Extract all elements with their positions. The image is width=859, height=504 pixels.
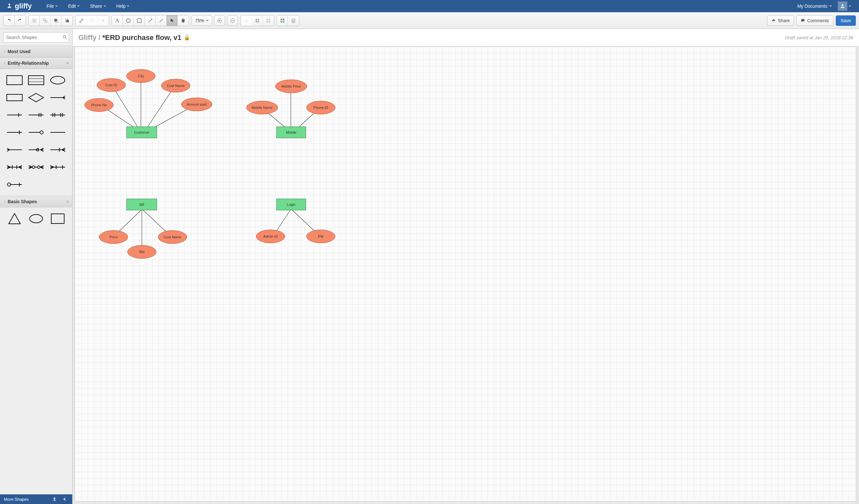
entity-mobile[interactable]: Mobile	[276, 127, 306, 138]
attr-city[interactable]: City	[126, 69, 155, 83]
er-shape-palette	[0, 69, 72, 196]
shape-line-simple[interactable]	[48, 126, 67, 139]
guides-button[interactable]	[263, 15, 274, 26]
zoom-level-dropdown[interactable]: 75%	[192, 15, 212, 26]
user-menu-caret[interactable]	[847, 2, 855, 10]
svg-point-61	[30, 215, 43, 223]
menu-my-documents[interactable]: My Documents	[794, 0, 836, 12]
shape-crow-circle-both[interactable]	[27, 160, 46, 174]
svg-rect-14	[281, 19, 282, 20]
attr-admin-id[interactable]: Admin ID	[256, 230, 285, 243]
redo-button[interactable]	[15, 15, 26, 26]
bring-front-button[interactable]	[51, 15, 62, 26]
shape-line-twobar-both[interactable]	[48, 108, 67, 122]
menu-file[interactable]: File	[42, 0, 63, 12]
rect-icon	[137, 18, 142, 23]
breadcrumb[interactable]: Gliffy /	[78, 33, 100, 42]
link-button	[76, 15, 87, 26]
section-basic-shapes[interactable]: ≡ Basic Shapes ×	[0, 196, 72, 207]
group-button[interactable]	[29, 15, 40, 26]
save-button[interactable]: Save	[836, 15, 856, 26]
close-icon[interactable]: ×	[66, 61, 69, 66]
attr-bill-cust-name[interactable]: Cust Name	[158, 230, 187, 244]
drawing-guides-toggle[interactable]	[51, 495, 58, 503]
shape-line-plain[interactable]	[5, 126, 24, 139]
basic-shape-palette	[0, 207, 72, 230]
shape-line-circle[interactable]	[27, 126, 46, 139]
comments-button[interactable]: Comments	[796, 15, 833, 26]
theme-button[interactable]	[277, 15, 288, 26]
app-logo[interactable]: gliffy	[6, 2, 32, 10]
text-tool-button[interactable]: A	[112, 15, 123, 26]
svg-line-66	[144, 86, 175, 132]
svg-point-24	[51, 76, 65, 84]
grid-button[interactable]	[252, 15, 263, 26]
user-avatar[interactable]	[838, 1, 847, 11]
entity-customer[interactable]: Customer	[126, 127, 157, 138]
menu-edit[interactable]: Edit	[63, 0, 85, 12]
close-icon[interactable]: ×	[66, 199, 69, 204]
ellipse-icon	[126, 18, 131, 23]
ellipse-tool-button[interactable]	[123, 15, 134, 26]
share-button[interactable]: Share	[767, 15, 794, 26]
send-back-button[interactable]	[62, 15, 73, 26]
search-shapes-input[interactable]	[3, 32, 69, 43]
menu-help[interactable]: Help	[111, 0, 135, 12]
pan-tool-button[interactable]	[178, 15, 189, 26]
undo-button[interactable]	[3, 15, 15, 26]
shape-entity-table[interactable]	[27, 74, 46, 87]
shape-crow-left[interactable]	[5, 143, 24, 157]
shape-crow-bar-right[interactable]	[48, 160, 67, 174]
attr-amount-paid[interactable]: Amount paid	[181, 98, 212, 111]
attr-pw[interactable]: PW	[306, 230, 335, 243]
svg-point-53	[37, 166, 40, 169]
diagram-canvas[interactable]: Phone No Cust ID City Cust Name Amount p…	[75, 46, 856, 501]
pointer-tool-button[interactable]	[167, 15, 178, 26]
ungroup-button[interactable]	[40, 15, 51, 26]
attr-mobile-price[interactable]: Mobile Price	[275, 80, 307, 93]
shape-relationship[interactable]	[27, 91, 46, 104]
shape-attribute[interactable]	[48, 74, 67, 87]
rect-tool-button[interactable]	[134, 15, 145, 26]
shape-weak-entity[interactable]	[5, 91, 24, 104]
theme-icon	[280, 18, 285, 23]
search-shapes-field[interactable]	[6, 35, 63, 40]
shape-rectangle[interactable]	[48, 212, 67, 225]
collapse-sidebar-button[interactable]	[61, 495, 69, 503]
layers-button[interactable]	[288, 15, 299, 26]
svg-rect-0	[32, 19, 36, 22]
undo-icon	[6, 18, 12, 23]
shape-crow-bar-both[interactable]	[5, 160, 24, 174]
document-title[interactable]: *ERD purchase flow, v1	[102, 33, 181, 42]
menubar: gliffy File Edit Share Help My Documents	[0, 0, 859, 12]
attr-cust-name[interactable]: Cust Name	[161, 79, 190, 92]
connector-tool-button[interactable]	[145, 15, 156, 26]
section-most-used[interactable]: ≡ Most Used	[0, 46, 72, 57]
sidebar: ≡ Most Used ≡ Entity-Relationship ×	[0, 29, 73, 504]
shape-one-many-line[interactable]	[48, 91, 67, 104]
attr-cust-id[interactable]: Cust ID	[97, 78, 126, 92]
entity-bill[interactable]: Bill	[126, 199, 157, 210]
shape-ellipse[interactable]	[27, 212, 46, 225]
menu-share[interactable]: Share	[85, 0, 111, 12]
shape-crow-circle[interactable]	[27, 143, 46, 157]
shape-triangle[interactable]	[5, 212, 24, 225]
shape-entity[interactable]	[5, 74, 24, 87]
shape-line-twobar[interactable]	[27, 108, 46, 122]
attr-mobile-name[interactable]: Mobile Name	[246, 101, 278, 114]
more-shapes-button[interactable]: More Shapes	[4, 497, 29, 502]
shape-crow-bar[interactable]	[48, 143, 67, 157]
attr-phone-no[interactable]: Phone No	[85, 98, 114, 112]
attr-bid[interactable]: Bid	[127, 245, 156, 258]
line-tool-button[interactable]	[156, 15, 167, 26]
entity-login[interactable]: Login	[276, 199, 306, 210]
zoom-out-button[interactable]	[227, 15, 238, 26]
shape-line-onebar[interactable]	[5, 108, 24, 122]
bring-front-icon	[54, 18, 59, 23]
attr-price[interactable]: Price	[99, 230, 128, 244]
attr-phone-id[interactable]: Phone ID	[306, 101, 335, 114]
svg-rect-62	[51, 214, 64, 223]
shape-circle-bar[interactable]	[5, 178, 24, 191]
section-entity-relationship[interactable]: ≡ Entity-Relationship ×	[0, 57, 72, 69]
zoom-in-button[interactable]	[214, 15, 225, 26]
